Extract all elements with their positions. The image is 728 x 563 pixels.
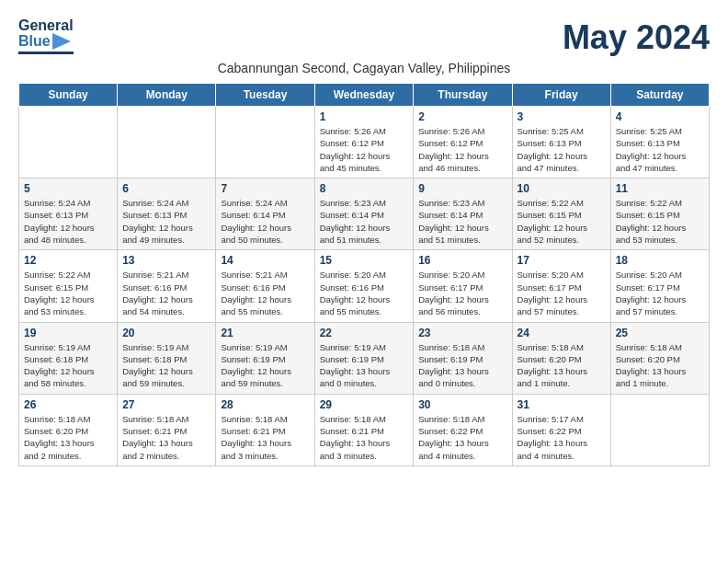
svg-marker-0 bbox=[52, 33, 71, 50]
logo-underline bbox=[18, 52, 74, 54]
weekday-header-monday: Monday bbox=[118, 84, 216, 107]
day-info: Sunrise: 5:24 AM Sunset: 6:14 PM Dayligh… bbox=[221, 197, 309, 246]
day-info: Sunrise: 5:21 AM Sunset: 6:16 PM Dayligh… bbox=[221, 269, 309, 317]
day-info: Sunrise: 5:23 AM Sunset: 6:14 PM Dayligh… bbox=[418, 197, 506, 246]
day-info: Sunrise: 5:18 AM Sunset: 6:19 PM Dayligh… bbox=[418, 341, 506, 390]
day-info: Sunrise: 5:19 AM Sunset: 6:18 PM Dayligh… bbox=[24, 341, 112, 390]
day-number: 5 bbox=[24, 182, 112, 195]
calendar-cell bbox=[19, 107, 118, 178]
calendar-cell: 26Sunrise: 5:18 AM Sunset: 6:20 PM Dayli… bbox=[19, 394, 118, 465]
day-number: 28 bbox=[221, 398, 309, 411]
calendar-cell: 19Sunrise: 5:19 AM Sunset: 6:18 PM Dayli… bbox=[19, 322, 118, 394]
calendar-cell: 14Sunrise: 5:21 AM Sunset: 6:16 PM Dayli… bbox=[216, 250, 314, 322]
day-info: Sunrise: 5:22 AM Sunset: 6:15 PM Dayligh… bbox=[518, 197, 606, 246]
calendar-week-1: 1Sunrise: 5:26 AM Sunset: 6:12 PM Daylig… bbox=[19, 107, 710, 178]
day-info: Sunrise: 5:19 AM Sunset: 6:18 PM Dayligh… bbox=[122, 341, 210, 390]
calendar-cell: 22Sunrise: 5:19 AM Sunset: 6:19 PM Dayli… bbox=[314, 322, 414, 394]
day-info: Sunrise: 5:19 AM Sunset: 6:19 PM Dayligh… bbox=[221, 341, 309, 390]
day-info: Sunrise: 5:26 AM Sunset: 6:12 PM Dayligh… bbox=[418, 125, 506, 174]
calendar-cell: 18Sunrise: 5:20 AM Sunset: 6:17 PM Dayli… bbox=[610, 250, 709, 322]
day-number: 15 bbox=[320, 254, 409, 267]
day-number: 31 bbox=[518, 398, 606, 411]
calendar-cell: 23Sunrise: 5:18 AM Sunset: 6:19 PM Dayli… bbox=[414, 322, 512, 394]
day-info: Sunrise: 5:25 AM Sunset: 6:13 PM Dayligh… bbox=[616, 125, 704, 174]
calendar-cell: 5Sunrise: 5:24 AM Sunset: 6:13 PM Daylig… bbox=[19, 178, 118, 250]
weekday-header-wednesday: Wednesday bbox=[314, 84, 414, 107]
day-number: 24 bbox=[518, 327, 606, 339]
day-info: Sunrise: 5:25 AM Sunset: 6:13 PM Dayligh… bbox=[518, 125, 606, 174]
day-number: 29 bbox=[320, 398, 409, 411]
calendar-cell: 3Sunrise: 5:25 AM Sunset: 6:13 PM Daylig… bbox=[512, 107, 610, 178]
calendar-cell: 24Sunrise: 5:18 AM Sunset: 6:20 PM Dayli… bbox=[512, 322, 610, 394]
day-number: 2 bbox=[418, 110, 506, 123]
day-number: 25 bbox=[616, 327, 704, 339]
calendar-cell: 15Sunrise: 5:20 AM Sunset: 6:16 PM Dayli… bbox=[314, 250, 414, 322]
weekday-header-tuesday: Tuesday bbox=[216, 84, 314, 107]
calendar-cell: 27Sunrise: 5:18 AM Sunset: 6:21 PM Dayli… bbox=[118, 394, 216, 465]
calendar-cell: 10Sunrise: 5:22 AM Sunset: 6:15 PM Dayli… bbox=[512, 178, 610, 250]
calendar-cell: 6Sunrise: 5:24 AM Sunset: 6:13 PM Daylig… bbox=[118, 178, 216, 250]
day-info: Sunrise: 5:22 AM Sunset: 6:15 PM Dayligh… bbox=[616, 197, 704, 246]
calendar-cell bbox=[610, 394, 709, 465]
day-info: Sunrise: 5:20 AM Sunset: 6:17 PM Dayligh… bbox=[616, 269, 704, 317]
logo-general-text: General bbox=[18, 18, 74, 33]
day-info: Sunrise: 5:20 AM Sunset: 6:17 PM Dayligh… bbox=[518, 269, 606, 317]
calendar-cell: 11Sunrise: 5:22 AM Sunset: 6:15 PM Dayli… bbox=[610, 178, 709, 250]
day-number: 19 bbox=[24, 327, 112, 339]
day-info: Sunrise: 5:23 AM Sunset: 6:14 PM Dayligh… bbox=[320, 197, 409, 246]
weekday-header-saturday: Saturday bbox=[610, 84, 709, 107]
day-number: 17 bbox=[518, 254, 606, 267]
day-info: Sunrise: 5:21 AM Sunset: 6:16 PM Dayligh… bbox=[122, 269, 210, 317]
day-number: 1 bbox=[320, 110, 409, 123]
calendar-cell bbox=[118, 107, 216, 178]
weekday-header-sunday: Sunday bbox=[19, 84, 118, 107]
day-number: 3 bbox=[518, 110, 606, 123]
day-number: 8 bbox=[320, 182, 409, 195]
calendar-cell: 29Sunrise: 5:18 AM Sunset: 6:21 PM Dayli… bbox=[314, 394, 414, 465]
day-number: 18 bbox=[616, 254, 704, 267]
day-info: Sunrise: 5:20 AM Sunset: 6:16 PM Dayligh… bbox=[320, 269, 409, 317]
calendar-cell: 2Sunrise: 5:26 AM Sunset: 6:12 PM Daylig… bbox=[414, 107, 512, 178]
calendar-week-2: 5Sunrise: 5:24 AM Sunset: 6:13 PM Daylig… bbox=[19, 178, 710, 250]
day-info: Sunrise: 5:18 AM Sunset: 6:20 PM Dayligh… bbox=[616, 341, 704, 390]
day-number: 4 bbox=[616, 110, 704, 123]
day-number: 14 bbox=[221, 254, 309, 267]
calendar-cell: 1Sunrise: 5:26 AM Sunset: 6:12 PM Daylig… bbox=[314, 107, 414, 178]
day-info: Sunrise: 5:18 AM Sunset: 6:21 PM Dayligh… bbox=[122, 413, 210, 462]
month-title: May 2024 bbox=[563, 18, 710, 57]
calendar-cell: 25Sunrise: 5:18 AM Sunset: 6:20 PM Dayli… bbox=[610, 322, 709, 394]
day-number: 21 bbox=[221, 327, 309, 339]
day-info: Sunrise: 5:22 AM Sunset: 6:15 PM Dayligh… bbox=[24, 269, 112, 317]
day-info: Sunrise: 5:18 AM Sunset: 6:21 PM Dayligh… bbox=[320, 413, 409, 462]
day-info: Sunrise: 5:19 AM Sunset: 6:19 PM Dayligh… bbox=[320, 341, 409, 390]
day-info: Sunrise: 5:20 AM Sunset: 6:17 PM Dayligh… bbox=[418, 269, 506, 317]
calendar-cell: 7Sunrise: 5:24 AM Sunset: 6:14 PM Daylig… bbox=[216, 178, 314, 250]
calendar-week-4: 19Sunrise: 5:19 AM Sunset: 6:18 PM Dayli… bbox=[19, 322, 710, 394]
day-number: 13 bbox=[122, 254, 210, 267]
logo-blue-text: Blue bbox=[18, 34, 51, 49]
calendar-header: SundayMondayTuesdayWednesdayThursdayFrid… bbox=[19, 84, 710, 107]
page-header: General Blue May 2024 bbox=[18, 18, 710, 57]
calendar-cell: 30Sunrise: 5:18 AM Sunset: 6:22 PM Dayli… bbox=[414, 394, 512, 465]
day-number: 12 bbox=[24, 254, 112, 267]
calendar-cell: 8Sunrise: 5:23 AM Sunset: 6:14 PM Daylig… bbox=[314, 178, 414, 250]
calendar-cell: 12Sunrise: 5:22 AM Sunset: 6:15 PM Dayli… bbox=[19, 250, 118, 322]
day-number: 11 bbox=[616, 182, 704, 195]
calendar-subtitle: Cabannungan Second, Cagayan Valley, Phil… bbox=[18, 61, 710, 75]
logo: General Blue bbox=[18, 18, 74, 54]
calendar-body: 1Sunrise: 5:26 AM Sunset: 6:12 PM Daylig… bbox=[19, 107, 710, 466]
calendar-cell: 17Sunrise: 5:20 AM Sunset: 6:17 PM Dayli… bbox=[512, 250, 610, 322]
day-info: Sunrise: 5:18 AM Sunset: 6:22 PM Dayligh… bbox=[418, 413, 506, 462]
day-number: 10 bbox=[518, 182, 606, 195]
weekday-header-row: SundayMondayTuesdayWednesdayThursdayFrid… bbox=[19, 84, 710, 107]
calendar-cell: 28Sunrise: 5:18 AM Sunset: 6:21 PM Dayli… bbox=[216, 394, 314, 465]
day-info: Sunrise: 5:24 AM Sunset: 6:13 PM Dayligh… bbox=[122, 197, 210, 246]
calendar-cell bbox=[216, 107, 314, 178]
day-number: 7 bbox=[221, 182, 309, 195]
logo-words: General Blue bbox=[18, 18, 74, 54]
calendar-week-5: 26Sunrise: 5:18 AM Sunset: 6:20 PM Dayli… bbox=[19, 394, 710, 465]
day-info: Sunrise: 5:17 AM Sunset: 6:22 PM Dayligh… bbox=[518, 413, 606, 462]
calendar-week-3: 12Sunrise: 5:22 AM Sunset: 6:15 PM Dayli… bbox=[19, 250, 710, 322]
calendar-cell: 16Sunrise: 5:20 AM Sunset: 6:17 PM Dayli… bbox=[414, 250, 512, 322]
calendar-cell: 13Sunrise: 5:21 AM Sunset: 6:16 PM Dayli… bbox=[118, 250, 216, 322]
